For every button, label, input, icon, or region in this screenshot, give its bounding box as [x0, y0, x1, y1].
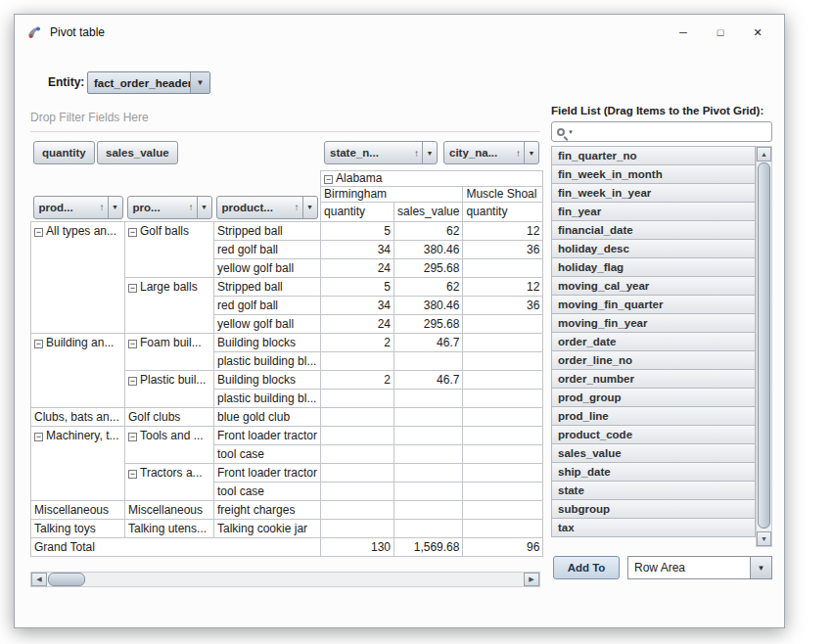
collapse-icon[interactable]: −: [128, 470, 137, 479]
value-cell[interactable]: 96: [463, 538, 543, 557]
row-header-cell[interactable]: −Tools and ...: [125, 427, 214, 464]
value-cell[interactable]: 2: [321, 371, 394, 390]
vertical-scrollbar-thumb[interactable]: [758, 162, 770, 529]
value-cell[interactable]: [321, 483, 394, 501]
field-list-item[interactable]: fin_quarter_no: [551, 146, 756, 165]
value-cell[interactable]: 12: [463, 278, 543, 297]
product-cell[interactable]: blue gold club: [214, 408, 321, 427]
value-cell[interactable]: 36: [463, 297, 543, 315]
value-cell[interactable]: 34: [321, 241, 394, 259]
field-list-item[interactable]: tax: [551, 518, 756, 537]
chevron-down-icon[interactable]: ▼: [524, 142, 538, 163]
row-header-cell[interactable]: Talking toys: [31, 520, 125, 538]
collapse-icon[interactable]: −: [128, 433, 137, 441]
chevron-down-icon[interactable]: ▼: [568, 129, 574, 135]
value-cell[interactable]: [463, 501, 543, 520]
value-cell[interactable]: [394, 501, 463, 520]
value-cell[interactable]: 5: [321, 278, 394, 297]
data-field-quantity[interactable]: quantity: [33, 141, 95, 164]
area-select[interactable]: Row Area ▼: [627, 556, 772, 579]
value-cell[interactable]: 2: [321, 334, 394, 352]
field-list-item[interactable]: moving_fin_quarter: [551, 295, 756, 314]
field-list-item[interactable]: moving_cal_year: [551, 276, 756, 296]
product-cell[interactable]: Front loader tractor: [214, 427, 321, 445]
value-cell[interactable]: 130: [321, 538, 394, 557]
horizontal-scrollbar-thumb[interactable]: [48, 573, 85, 586]
value-cell[interactable]: 5: [321, 222, 394, 241]
data-field-sales-value[interactable]: sales_value: [97, 141, 178, 164]
value-cell[interactable]: [394, 520, 463, 538]
field-list-item[interactable]: fin_week_in_month: [551, 164, 756, 184]
value-cell[interactable]: 34: [321, 297, 394, 315]
value-cell[interactable]: [321, 464, 394, 483]
product-cell[interactable]: Building blocks: [214, 371, 321, 390]
value-cell[interactable]: [463, 315, 543, 334]
field-list-item[interactable]: subgroup: [551, 499, 756, 519]
value-cell[interactable]: [394, 464, 463, 483]
product-cell[interactable]: Building blocks: [214, 334, 321, 352]
row-header-cell[interactable]: Grand Total: [31, 538, 321, 557]
value-cell[interactable]: [463, 483, 543, 501]
value-cell[interactable]: [394, 445, 463, 464]
value-cell[interactable]: 12: [463, 222, 543, 241]
value-cell[interactable]: [394, 408, 463, 427]
horizontal-scrollbar[interactable]: ◀ ▶: [30, 572, 540, 587]
field-search-input[interactable]: [578, 125, 766, 139]
product-cell[interactable]: red golf ball: [214, 297, 321, 315]
field-list-item[interactable]: fin_week_in_year: [551, 183, 756, 203]
field-list-item[interactable]: holiday_flag: [551, 257, 756, 277]
value-cell[interactable]: [394, 352, 463, 371]
product-cell[interactable]: Front loader tractor: [214, 464, 321, 483]
row-header-cell[interactable]: −All types an...: [31, 222, 125, 334]
product-cell[interactable]: red golf ball: [214, 241, 321, 259]
value-cell[interactable]: [394, 427, 463, 445]
chevron-down-icon[interactable]: ▼: [108, 197, 122, 218]
value-cell[interactable]: [463, 464, 543, 483]
chevron-down-icon[interactable]: ▼: [190, 72, 209, 93]
field-list-item[interactable]: order_line_no: [551, 350, 756, 370]
row-header-cell[interactable]: Golf clubs: [125, 408, 214, 427]
add-to-button[interactable]: Add To: [553, 556, 620, 579]
value-cell[interactable]: [463, 520, 543, 538]
vertical-scrollbar[interactable]: ▲ ▼: [756, 146, 772, 547]
row-header-cell[interactable]: −Foam buil...: [125, 334, 214, 371]
field-list-item[interactable]: fin_year: [551, 202, 756, 221]
city-header[interactable]: Muscle Shoal: [463, 187, 543, 203]
scroll-down-icon[interactable]: ▼: [757, 531, 771, 546]
value-cell[interactable]: [321, 501, 394, 520]
collapse-icon[interactable]: −: [128, 377, 137, 386]
product-cell[interactable]: plastic building bl...: [214, 352, 321, 371]
field-search-box[interactable]: ▼: [551, 121, 772, 142]
row-header-cell[interactable]: −Machinery, t...: [31, 427, 125, 501]
scroll-right-icon[interactable]: ▶: [524, 573, 539, 586]
row-field-prod-group[interactable]: prod... ↑ ▼: [33, 196, 123, 219]
value-cell[interactable]: [321, 445, 394, 464]
row-header-cell[interactable]: −Tractors a...: [125, 464, 214, 501]
product-cell[interactable]: tool case: [214, 483, 321, 501]
column-field-city[interactable]: city_na... ↑ ▼: [443, 141, 539, 164]
value-cell[interactable]: 24: [321, 315, 394, 334]
value-cell[interactable]: 24: [321, 259, 394, 278]
value-cell[interactable]: [321, 352, 394, 371]
product-cell[interactable]: freight charges: [214, 501, 321, 520]
chevron-down-icon[interactable]: ▼: [422, 142, 437, 163]
value-cell[interactable]: [463, 334, 543, 352]
measure-header[interactable]: quantity: [463, 203, 543, 222]
row-header-cell[interactable]: −Golf balls: [125, 222, 214, 278]
value-cell[interactable]: [321, 520, 394, 538]
chevron-down-icon[interactable]: ▼: [750, 557, 771, 578]
row-header-cell[interactable]: Miscellaneous: [125, 501, 214, 520]
product-cell[interactable]: yellow golf ball: [214, 259, 321, 278]
city-header[interactable]: Birmingham: [321, 187, 463, 203]
collapse-icon[interactable]: −: [128, 340, 137, 348]
field-list-item[interactable]: product_code: [551, 425, 756, 444]
collapse-icon[interactable]: −: [324, 175, 333, 184]
row-header-cell[interactable]: Talking utens...: [125, 520, 214, 538]
measure-header[interactable]: sales_value: [394, 203, 463, 222]
value-cell[interactable]: 380.46: [394, 297, 463, 315]
value-cell[interactable]: [321, 390, 394, 408]
product-cell[interactable]: yellow golf ball: [214, 315, 321, 334]
collapse-icon[interactable]: −: [34, 340, 43, 348]
value-cell[interactable]: [463, 259, 543, 278]
value-cell[interactable]: 46.7: [394, 371, 463, 390]
